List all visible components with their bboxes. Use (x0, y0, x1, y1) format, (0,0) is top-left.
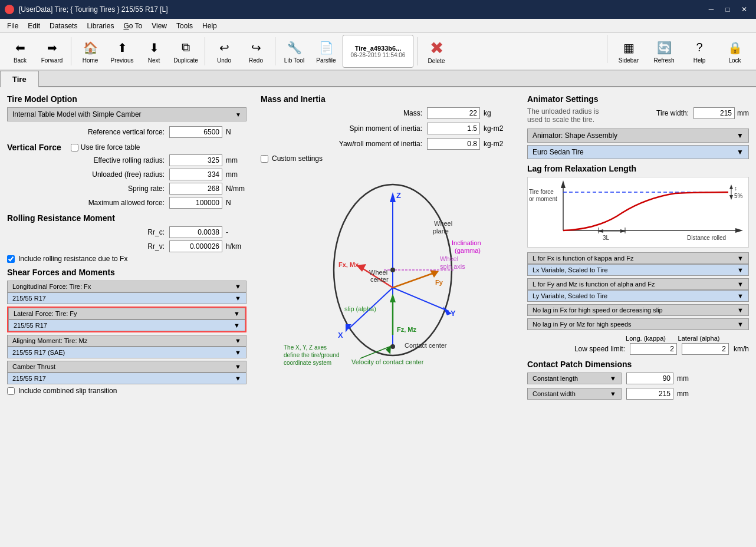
refresh-icon: 🔄 (656, 39, 672, 56)
lag-fy-dropdown[interactable]: L for Fy and Mz is function of alpha and… (527, 278, 749, 290)
menu-tools[interactable]: Tools (172, 21, 198, 31)
libtool-button[interactable]: 🔧 Lib Tool (279, 35, 310, 68)
animator-note: The unloaded radius is used to scale the… (527, 107, 656, 124)
shape-dropdown-arrow: ▼ (737, 131, 744, 140)
file-date: 06-28-2019 11:54:06 (351, 52, 406, 58)
use-tire-force-checkbox[interactable] (71, 144, 78, 151)
rrc-row: Rr_c: - (7, 226, 246, 238)
shear-fx-arrow: ▼ (235, 283, 241, 290)
menu-datasets[interactable]: Datasets (45, 21, 82, 31)
next-button[interactable]: ⬇ Next (139, 35, 169, 68)
contact-width-arrow: ▼ (610, 390, 616, 397)
minimize-button[interactable]: ─ (704, 4, 718, 15)
redo-button[interactable]: ↪ Redo (241, 35, 271, 68)
menu-file[interactable]: File (2, 21, 23, 31)
parsfile-button[interactable]: 📄 Parsfile (311, 35, 341, 68)
spin-moment-input[interactable] (427, 123, 480, 134)
undo-button[interactable]: ↩ Undo (209, 35, 239, 68)
rrv-label: Rr_v: (7, 242, 169, 251)
no-lag-fy-arrow: ▼ (737, 321, 744, 328)
shear-fx-dropdown[interactable]: Longitudinal Force: Tire: Fx ▼ (7, 281, 246, 292)
shear-forces-section: Shear Forces and Moments Longitudinal Fo… (7, 268, 246, 395)
sidebar-button[interactable]: ▦ Sidebar (612, 35, 645, 68)
no-lag-fy-dropdown[interactable]: No lag in Fy or Mz for high speeds ▼ (527, 318, 749, 330)
shear-mz-dropdown[interactable]: Aligning Moment: Tire: Mz ▼ (7, 335, 246, 347)
custom-settings-row: Custom settings (261, 154, 513, 163)
svg-text:plane: plane (433, 228, 449, 235)
contact-length-unit: mm (677, 374, 689, 383)
speed-unit-space (725, 335, 749, 342)
shear-fx-value[interactable]: 215/55 R17 ▼ (7, 292, 246, 304)
previous-button[interactable]: ⬆ Previous (107, 35, 137, 68)
use-tire-force-row: Use tire force table (71, 143, 140, 151)
spring-rate-input[interactable] (169, 183, 222, 195)
svg-text:Wheel: Wheel (440, 255, 458, 262)
home-button[interactable]: 🏠 Home (75, 35, 106, 68)
lag-fx-value[interactable]: Lx Variable, Scaled to Tire ▼ (527, 264, 749, 276)
mass-input[interactable] (427, 107, 480, 119)
refresh-label: Refresh (653, 57, 674, 64)
menu-libraries[interactable]: Libraries (82, 21, 119, 31)
contact-length-input[interactable] (626, 373, 673, 384)
refresh-button[interactable]: 🔄 Refresh (647, 35, 681, 68)
eff-rolling-input[interactable] (169, 154, 222, 166)
shape-dropdown[interactable]: Animator: Shape Assembly ▼ (527, 128, 749, 143)
back-button[interactable]: ⬅ Back (5, 35, 35, 68)
svg-text:Velocity of contact center: Velocity of contact center (351, 358, 424, 365)
yaw-roll-input[interactable] (427, 138, 480, 150)
delete-button[interactable]: ✖ Delete (421, 35, 452, 68)
maximize-button[interactable]: □ (721, 4, 735, 15)
contact-width-input[interactable] (626, 388, 673, 400)
lock-button[interactable]: 🔒 Lock (718, 35, 751, 68)
svg-point-29 (390, 344, 395, 349)
menu-view[interactable]: View (147, 21, 172, 31)
shape-value[interactable]: Euro Sedan Tire ▼ (527, 145, 749, 159)
model-dropdown[interactable]: Internal Table Model with Simple Camber … (7, 107, 246, 121)
low-speed-long-input[interactable] (630, 343, 677, 355)
shear-fy-dropdown[interactable]: Lateral Force: Tire: Fy ▼ (8, 308, 245, 319)
shear-fy-value[interactable]: 215/55 R17 ▼ (8, 319, 245, 331)
lag-fy-value[interactable]: Ly Variable, Scaled to Tire ▼ (527, 290, 749, 302)
contact-width-dropdown[interactable]: Constant width ▼ (527, 388, 622, 400)
max-force-input[interactable] (169, 197, 222, 209)
help-button[interactable]: ? Help (683, 35, 716, 68)
svg-line-36 (360, 347, 390, 358)
relaxation-section: Lag from Relaxation Length (527, 164, 749, 355)
tire-model-title: Tire Model Option (7, 94, 246, 104)
close-button[interactable]: ✕ (737, 4, 751, 15)
spring-rate-label: Spring rate: (7, 184, 169, 193)
rrc-unit: - (226, 228, 246, 236)
duplicate-button[interactable]: ⧉ Duplicate (170, 35, 201, 68)
menu-bar: File Edit Datasets Libraries Go To View … (0, 19, 756, 33)
include-rolling-checkbox[interactable] (7, 255, 15, 263)
lag-fx-dropdown[interactable]: L for Fx is function of kappa and Fz ▼ (527, 252, 749, 264)
undo-icon: ↩ (216, 39, 232, 56)
forward-button[interactable]: ➡ Forward (37, 35, 67, 68)
svg-text:Distance rolled: Distance rolled (687, 235, 726, 241)
shear-camber-value[interactable]: 215/55 R17 ▼ (7, 373, 246, 384)
svg-text:Inclination: Inclination (452, 239, 481, 246)
rolling-resistance-section: Rolling Resistance Moment Rr_c: - Rr_v: … (7, 213, 246, 263)
contact-length-dropdown[interactable]: Constant length ▼ (527, 373, 622, 384)
svg-text:Contact center: Contact center (405, 342, 447, 349)
svg-text:or moment: or moment (529, 196, 557, 202)
rrv-input[interactable] (169, 240, 222, 252)
eff-rolling-unit: mm (226, 156, 246, 164)
include-combined-checkbox[interactable] (7, 387, 15, 395)
menu-edit[interactable]: Edit (23, 21, 45, 31)
shear-mz-value[interactable]: 215/55 R17 (SAE) ▼ (7, 347, 246, 358)
tire-width-input[interactable] (693, 107, 735, 119)
file-info: Tire_a4933b6... 06-28-2019 11:54:06 (343, 35, 413, 68)
tab-tire[interactable]: Tire (0, 71, 39, 87)
menu-goto[interactable]: Go To (119, 21, 147, 31)
unloaded-radius-input[interactable] (169, 169, 222, 180)
menu-help[interactable]: Help (198, 21, 222, 31)
spin-moment-unit: kg-m2 (484, 124, 513, 133)
low-speed-lateral-input[interactable] (682, 343, 729, 355)
left-panel: Tire Model Option Internal Table Model w… (0, 87, 254, 545)
ref-vert-force-input[interactable] (169, 126, 222, 138)
shear-camber-dropdown[interactable]: Camber Thrust ▼ (7, 361, 246, 373)
no-lag-fx-dropdown[interactable]: No lag in Fx for high speed or decreasin… (527, 304, 749, 316)
rrc-input[interactable] (169, 226, 222, 238)
custom-settings-checkbox[interactable] (261, 155, 268, 163)
